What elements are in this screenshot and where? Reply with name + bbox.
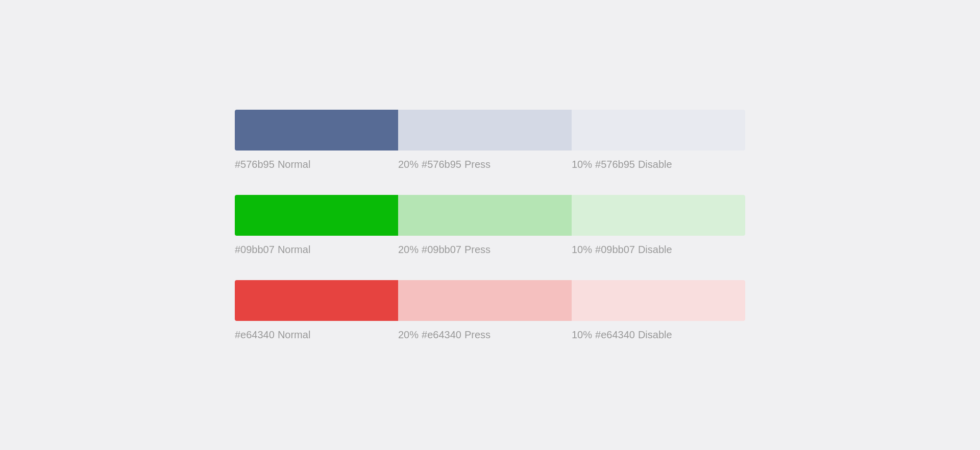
color-row-blue: #576b95Normal20%#576b95Press10%#576b95Di… xyxy=(235,110,745,170)
state-normal-red: Normal xyxy=(278,329,310,341)
state-normal-blue: Normal xyxy=(278,159,310,170)
color-row-red: #e64340Normal20%#e64340Press10%#e64340Di… xyxy=(235,280,745,341)
labels-red: #e64340Normal20%#e64340Press10%#e64340Di… xyxy=(235,329,745,341)
label-group-disable-red: 10%#e64340Disable xyxy=(572,329,745,341)
swatch-press-green xyxy=(398,195,572,236)
hex-normal-red: #e64340 xyxy=(235,329,275,341)
label-group-press-red: 20%#e64340Press xyxy=(398,329,572,341)
label-group-disable-blue: 10%#576b95Disable xyxy=(572,159,745,170)
hex-disable-blue: #576b95 xyxy=(595,159,635,170)
state-press-green: Press xyxy=(464,244,491,256)
hex-normal-green: #09bb07 xyxy=(235,244,275,256)
swatch-press-red xyxy=(398,280,572,321)
pct-disable-blue: 10% xyxy=(572,159,592,170)
pct-press-green: 20% xyxy=(398,244,419,256)
label-group-disable-green: 10%#09bb07Disable xyxy=(572,244,745,256)
hex-disable-green: #09bb07 xyxy=(595,244,635,256)
state-disable-red: Disable xyxy=(638,329,672,341)
state-press-blue: Press xyxy=(464,159,491,170)
label-group-press-blue: 20%#576b95Press xyxy=(398,159,572,170)
swatches-green xyxy=(235,195,745,236)
hex-press-green: #09bb07 xyxy=(422,244,461,256)
main-container: #576b95Normal20%#576b95Press10%#576b95Di… xyxy=(235,110,745,341)
state-normal-green: Normal xyxy=(278,244,310,256)
swatch-normal-red xyxy=(235,280,398,321)
pct-disable-red: 10% xyxy=(572,329,592,341)
swatch-disable-blue xyxy=(572,110,745,151)
state-disable-green: Disable xyxy=(638,244,672,256)
swatch-press-blue xyxy=(398,110,572,151)
pct-press-blue: 20% xyxy=(398,159,419,170)
pct-press-red: 20% xyxy=(398,329,419,341)
hex-normal-blue: #576b95 xyxy=(235,159,275,170)
labels-green: #09bb07Normal20%#09bb07Press10%#09bb07Di… xyxy=(235,244,745,256)
swatch-normal-green xyxy=(235,195,398,236)
swatch-disable-red xyxy=(572,280,745,321)
swatch-normal-blue xyxy=(235,110,398,151)
state-disable-blue: Disable xyxy=(638,159,672,170)
state-press-red: Press xyxy=(464,329,491,341)
label-group-press-green: 20%#09bb07Press xyxy=(398,244,572,256)
swatches-red xyxy=(235,280,745,321)
swatch-disable-green xyxy=(572,195,745,236)
label-group-normal-green: #09bb07Normal xyxy=(235,244,398,256)
hex-disable-red: #e64340 xyxy=(595,329,635,341)
hex-press-blue: #576b95 xyxy=(422,159,461,170)
label-group-normal-blue: #576b95Normal xyxy=(235,159,398,170)
color-row-green: #09bb07Normal20%#09bb07Press10%#09bb07Di… xyxy=(235,195,745,256)
labels-blue: #576b95Normal20%#576b95Press10%#576b95Di… xyxy=(235,159,745,170)
pct-disable-green: 10% xyxy=(572,244,592,256)
swatches-blue xyxy=(235,110,745,151)
hex-press-red: #e64340 xyxy=(422,329,461,341)
label-group-normal-red: #e64340Normal xyxy=(235,329,398,341)
